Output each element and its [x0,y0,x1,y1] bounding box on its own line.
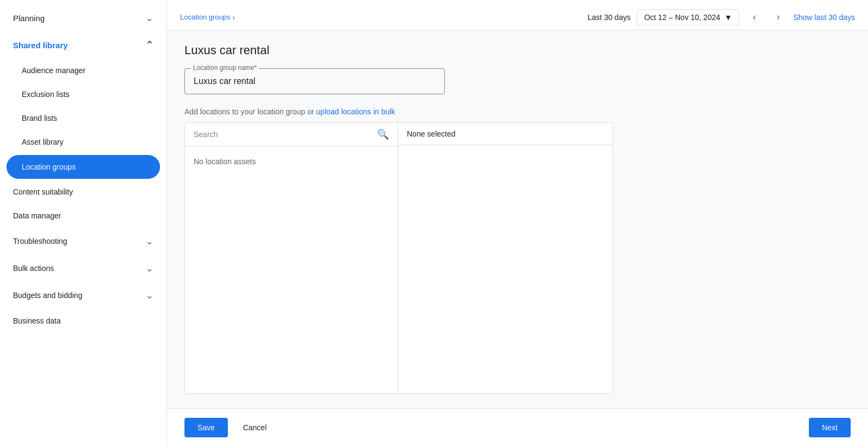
topbar-right: Last 30 days Oct 12 – Nov 10, 2024 ▼ ‹ ›… [588,9,855,26]
none-selected-header: None selected [398,123,612,145]
audience-manager-label: Audience manager [22,66,86,75]
selected-locations-area [398,145,612,393]
sidebar-item-business-data[interactable]: Business data [0,309,167,333]
breadcrumb-text: Location groups [180,13,231,21]
save-button[interactable]: Save [184,418,228,437]
sidebar-item-exclusion-lists[interactable]: Exclusion lists [0,82,167,106]
sidebar-item-planning[interactable]: Planning ⌄ [0,4,167,31]
chevron-down-icon-budgets: ⌄ [145,289,154,301]
location-group-name-group: Location group name* [184,68,851,94]
prev-button[interactable]: ‹ [745,9,763,26]
next-button-footer[interactable]: Next [809,418,851,437]
bulk-actions-label: Bulk actions [13,264,54,273]
data-manager-label: Data manager [13,211,61,220]
sidebar-item-audience-manager[interactable]: Audience manager [0,59,167,82]
date-picker[interactable]: Oct 12 – Nov 10, 2024 ▼ [637,9,739,25]
no-assets-message: No location assets [185,146,398,177]
sidebar-section-shared-library[interactable]: Shared library ⌃ [0,31,167,59]
location-group-name-label: Location group name* [191,64,259,72]
sidebar-item-troubleshooting[interactable]: Troubleshooting ⌄ [0,228,167,255]
sidebar-item-content-suitability[interactable]: Content suitability [0,180,167,204]
footer: Save Cancel Next [167,409,868,446]
search-icon[interactable]: 🔍 [377,128,389,140]
planning-label: Planning [13,14,44,23]
exclusion-lists-label: Exclusion lists [22,90,69,99]
location-right-panel: None selected [398,123,612,393]
asset-library-label: Asset library [22,138,63,146]
sidebar-item-brand-lists[interactable]: Brand lists [0,106,167,130]
sidebar-item-budgets-bidding[interactable]: Budgets and bidding ⌄ [0,282,167,309]
add-locations-text: Add locations to your location group or … [184,107,851,116]
footer-left: Save Cancel [184,418,276,437]
topbar: Location groups › Last 30 days Oct 12 – … [167,0,868,30]
location-table: 🔍 No location assets None selected [184,122,613,394]
brand-lists-label: Brand lists [22,114,57,122]
sidebar-item-location-groups[interactable]: Location groups [7,155,160,179]
breadcrumb[interactable]: Location groups › [180,13,235,22]
search-results-area [185,177,398,393]
dropdown-icon: ▼ [725,13,732,22]
location-left-panel: 🔍 No location assets [185,123,398,393]
sidebar-item-bulk-actions[interactable]: Bulk actions ⌄ [0,255,167,282]
search-bar: 🔍 [185,123,398,146]
sidebar-item-data-manager[interactable]: Data manager [0,204,167,228]
location-group-name-wrapper: Location group name* [184,68,445,94]
chevron-down-icon-bulk: ⌄ [145,262,154,274]
shared-library-label: Shared library [13,41,68,50]
page-title: Luxus car rental [184,43,851,57]
chevron-down-icon-troubleshooting: ⌄ [145,235,154,247]
troubleshooting-label: Troubleshooting [13,237,67,245]
location-groups-label: Location groups [22,163,76,171]
business-data-label: Business data [13,316,61,325]
page-content: Luxus car rental Location group name* Ad… [167,30,868,409]
show-last-button[interactable]: Show last 30 days [793,13,855,22]
search-input[interactable] [194,130,373,139]
cancel-button[interactable]: Cancel [234,418,276,437]
date-range-label: Last 30 days [588,13,630,22]
sidebar-item-asset-library[interactable]: Asset library [0,130,167,154]
location-group-name-input[interactable] [184,68,445,94]
next-button[interactable]: › [769,9,787,26]
date-value: Oct 12 – Nov 10, 2024 [644,13,720,22]
chevron-up-icon: ⌃ [145,39,154,51]
breadcrumb-chevron-icon: › [233,13,235,22]
budgets-bidding-label: Budgets and bidding [13,291,82,300]
sidebar: Planning ⌄ Shared library ⌃ Audience man… [0,0,167,446]
main-content: Location groups › Last 30 days Oct 12 – … [167,0,868,446]
chevron-down-icon: ⌄ [145,12,154,24]
content-suitability-label: Content suitability [13,188,73,196]
upload-link[interactable]: upload locations in bulk [316,107,395,116]
